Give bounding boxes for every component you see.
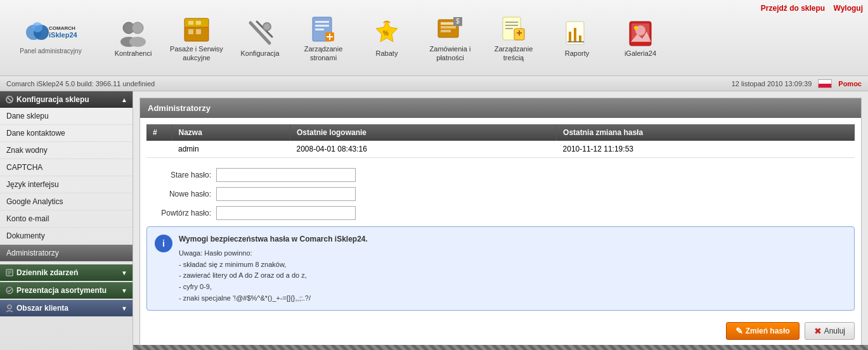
- anuluj-label: Anuluj: [824, 327, 845, 335]
- svg-point-54: [8, 305, 11, 309]
- info-rule-0: - składać się z minimum 8 znaków,: [179, 259, 368, 271]
- svg-point-8: [129, 37, 146, 47]
- nav-raporty[interactable]: Raporty: [545, 13, 609, 63]
- nav-zarzadzanie-trescia-label: Zarządzanie treścią: [484, 45, 543, 62]
- nav-zarzadzanie-stronami-label: Zarządzanie stronami: [294, 45, 353, 62]
- sidebar-item-znak-wodny[interactable]: Znak wodny: [0, 142, 133, 159]
- nav-zamowienia[interactable]: $ Zamówienia i płatności: [418, 8, 482, 67]
- svg-rect-14: [196, 21, 201, 25]
- sidebar-item-dokumenty[interactable]: Dokumenty: [0, 228, 133, 245]
- nav-rabaty-label: Rabaty: [376, 49, 398, 58]
- sidebar-item-dane-kontaktowe[interactable]: Dane kontaktowe: [0, 125, 133, 142]
- sidebar-obszar-inner: Obszar klienta: [5, 304, 68, 313]
- wyloguj-link[interactable]: Wyloguj: [834, 4, 863, 13]
- nav-raporty-label: Raporty: [565, 49, 590, 58]
- stare-haslo-row: Stare hasło:: [146, 168, 855, 182]
- nav-konfiguracja-label: Konfiguracja: [240, 49, 279, 58]
- col-ostatnie-logowanie: Ostatnie logowanie: [290, 124, 557, 141]
- sidebar-section-konfiguracja[interactable]: Konfiguracja sklepu ▲: [0, 91, 133, 108]
- info-content: Wymogi bezpieczeństwa hasła w Comarch iS…: [179, 233, 368, 304]
- sidebar-obszar-label: Obszar klienta: [16, 304, 68, 313]
- stare-haslo-input[interactable]: [216, 168, 356, 182]
- nowe-haslo-row: Nowe hasło:: [146, 187, 855, 201]
- anuluj-icon: ✖: [814, 326, 822, 336]
- sidebar-item-dane-sklepu[interactable]: Dane sklepu: [0, 108, 133, 125]
- status-right: 12 listopad 2010 13:09:39 Pomoc: [732, 79, 862, 88]
- logo-svg: COMARCH iSklep24: [22, 21, 79, 46]
- content-inner: Administratorzy # Nazwa Ostatnie logowan…: [139, 98, 862, 349]
- nav-pasaze[interactable]: Pasaże i Serwisy aukcyjne: [165, 8, 228, 67]
- sidebar-items: Dane sklepu Dane kontaktowe Znak wodny C…: [0, 108, 133, 262]
- nav-konfiguracja[interactable]: Konfiguracja: [228, 13, 292, 63]
- info-box: i Wymogi bezpieczeństwa hasła w Comarch …: [146, 226, 855, 311]
- powtorz-haslo-label: Powtórz hasło:: [146, 209, 216, 217]
- sidebar-item-google-analytics[interactable]: Google Analytics: [0, 193, 133, 211]
- nav-zamowienia-label: Zamówienia i płatności: [421, 45, 479, 62]
- sidebar-section-dziennik[interactable]: Dziennik zdarzeń ▼: [0, 264, 133, 281]
- svg-text:COMARCH: COMARCH: [49, 25, 75, 31]
- nav-zarzadzanie-stronami[interactable]: Zarządzanie stronami: [292, 8, 355, 67]
- sidebar-item-administratorzy[interactable]: Administratorzy: [0, 245, 133, 262]
- igaleria-icon: [625, 18, 656, 49]
- nav-zarzadzanie-trescia[interactable]: Zarządzanie treścią: [482, 8, 545, 67]
- info-rule-1: - zawierać litery od A do Z oraz od a do…: [179, 270, 368, 282]
- info-icon: i: [155, 235, 172, 252]
- zmien-haslo-button[interactable]: ✎ Zmień hasło: [726, 322, 800, 340]
- main-layout: Konfiguracja sklepu ▲ Dane sklepu Dane k…: [0, 91, 868, 350]
- przejdz-link[interactable]: Przejdź do sklepu: [761, 4, 825, 13]
- svg-rect-29: [441, 30, 451, 32]
- table-row: admin 2008-04-01 08:43:16 2010-11-12 11:…: [146, 141, 855, 158]
- sidebar-item-konto-email[interactable]: Konto e-mail: [0, 211, 133, 228]
- svg-text:iSklep24: iSklep24: [49, 31, 78, 39]
- nav-rabaty[interactable]: % Rabaty: [355, 13, 418, 63]
- powtorz-haslo-row: Powtórz hasło:: [146, 206, 855, 220]
- zmien-label: Zmień hasło: [746, 327, 790, 335]
- stare-haslo-label: Stare hasło:: [146, 171, 216, 179]
- svg-rect-13: [188, 21, 193, 25]
- svg-line-48: [7, 97, 12, 102]
- sidebar-dziennik-label: Dziennik zdarzeń: [16, 268, 78, 277]
- prezentacja-icon: [5, 286, 14, 295]
- kontrahenci-icon: [117, 18, 149, 49]
- sidebar-section-prezentacja[interactable]: Prezentacja asortymentu ▼: [0, 282, 133, 299]
- info-rule-3: - znaki specjalne '!@#$%^&*()_+-=[]{},,;…: [179, 293, 368, 304]
- wrench-icon: [5, 95, 14, 104]
- collapse-prezentacja: ▼: [121, 287, 127, 294]
- nav-igaleria-label: iGaleria24: [625, 49, 656, 58]
- svg-point-6: [132, 22, 143, 34]
- content: Administratorzy # Nazwa Ostatnie logowan…: [133, 91, 868, 350]
- cell-ostatnie-logowanie: 2008-04-01 08:43:16: [290, 141, 557, 158]
- svg-point-2: [32, 22, 42, 32]
- info-intro: Uwaga: Hasło powinno:: [179, 248, 368, 259]
- obszar-icon: [5, 304, 14, 313]
- svg-rect-20: [315, 25, 329, 27]
- zarzadzanie-trescia-icon: [498, 13, 529, 45]
- anuluj-button[interactable]: ✖ Anuluj: [805, 322, 855, 340]
- pasaze-icon: [181, 13, 212, 45]
- bottom-stripe: [133, 345, 868, 350]
- sidebar-item-jezyk[interactable]: Język interfejsu: [0, 176, 133, 193]
- cell-num: [146, 141, 172, 158]
- nowe-haslo-input[interactable]: [216, 187, 356, 201]
- raporty-icon: [561, 18, 593, 49]
- svg-point-46: [634, 26, 638, 30]
- svg-point-17: [263, 23, 271, 30]
- sidebar-item-captcha[interactable]: CAPTCHA: [0, 159, 133, 176]
- nav-igaleria[interactable]: iGaleria24: [609, 13, 672, 63]
- svg-rect-12: [196, 29, 201, 34]
- svg-rect-19: [315, 21, 329, 23]
- zamowienia-icon: $: [434, 13, 466, 45]
- top-bar: Przejdź do sklepu Wyloguj COMARCH iSklep…: [0, 0, 868, 76]
- info-title: Wymogi bezpieczeństwa hasła w Comarch iS…: [179, 233, 368, 245]
- col-num: #: [146, 124, 172, 141]
- pomoc-link[interactable]: Pomoc: [838, 80, 862, 88]
- nav-kontrahenci[interactable]: Kontrahenci: [101, 13, 165, 63]
- top-right-links: Przejdź do sklepu Wyloguj: [761, 4, 863, 13]
- sidebar-section-obszar[interactable]: Obszar klienta ▼: [0, 300, 133, 316]
- col-ostatnia-zmiana: Ostatnia zmiana hasła: [557, 124, 855, 141]
- sidebar-konfiguracja-label: Konfiguracja sklepu: [16, 95, 89, 104]
- konfiguracja-icon: [244, 18, 276, 49]
- nowe-haslo-label: Nowe hasło:: [146, 190, 216, 198]
- nav-kontrahenci-label: Kontrahenci: [115, 49, 152, 58]
- powtorz-haslo-input[interactable]: [216, 206, 356, 220]
